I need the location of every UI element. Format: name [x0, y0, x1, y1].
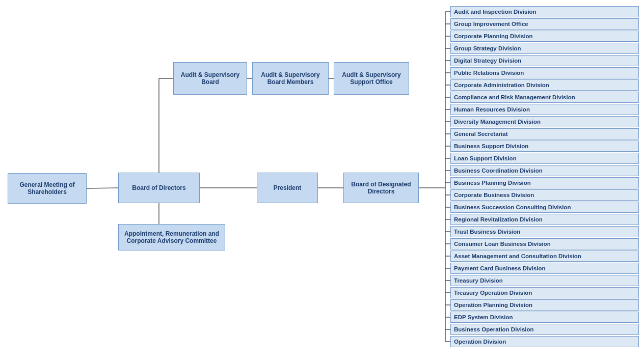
- audit-support-office: Audit & Supervisory Support Office: [334, 62, 409, 95]
- division-item: Loan Support Division: [450, 153, 639, 164]
- division-item: Group Improvement Office: [450, 18, 639, 30]
- audit-board-members: Audit & Supervisory Board Members: [252, 62, 329, 95]
- division-item: Business Operation Division: [450, 324, 639, 335]
- general-meeting: General Meeting of Shareholders: [8, 173, 87, 204]
- division-item: Trust Business Division: [450, 226, 639, 237]
- appointment-committee: Appointment, Remuneration and Corporate …: [118, 224, 225, 250]
- svg-line-0: [87, 188, 118, 188]
- division-item: Treasury Operation Division: [450, 287, 639, 298]
- division-item: Digital Strategy Division: [450, 55, 639, 66]
- division-item: Regional Revitalization Division: [450, 214, 639, 225]
- division-item: Corporate Business Division: [450, 189, 639, 201]
- division-item: Group Strategy Division: [450, 43, 639, 54]
- board-of-directors: Board of Directors: [118, 173, 200, 203]
- division-item: EDP System Division: [450, 312, 639, 323]
- division-item: Corporate Administration Division: [450, 79, 639, 91]
- division-item: Audit and Inspection Division: [450, 6, 639, 17]
- division-item: Public Relations Division: [450, 67, 639, 78]
- division-item: Payment Card Business Division: [450, 263, 639, 274]
- division-item: Diversity Management Division: [450, 116, 639, 127]
- division-item: Business Support Division: [450, 141, 639, 152]
- division-item: Business Succession Consulting Division: [450, 202, 639, 213]
- division-item: Operation Planning Division: [450, 299, 639, 311]
- org-chart: General Meeting of ShareholdersBoard of …: [0, 0, 644, 363]
- division-item: General Secretariat: [450, 128, 639, 139]
- board-designated: Board of Designated Directors: [343, 173, 419, 203]
- division-item: Treasury Division: [450, 275, 639, 286]
- division-item: Compliance and Risk Management Division: [450, 92, 639, 103]
- division-item: Human Resources Division: [450, 104, 639, 115]
- division-item: Business Coordination Division: [450, 165, 639, 176]
- audit-board: Audit & Supervisory Board: [173, 62, 247, 95]
- division-item: Corporate Planning Division: [450, 31, 639, 42]
- division-item: Operation Division: [450, 336, 639, 347]
- division-item: Consumer Loan Business Division: [450, 238, 639, 249]
- division-item: Business Planning Division: [450, 177, 639, 188]
- division-item: Asset Management and Consultation Divisi…: [450, 250, 639, 262]
- president: President: [257, 173, 318, 203]
